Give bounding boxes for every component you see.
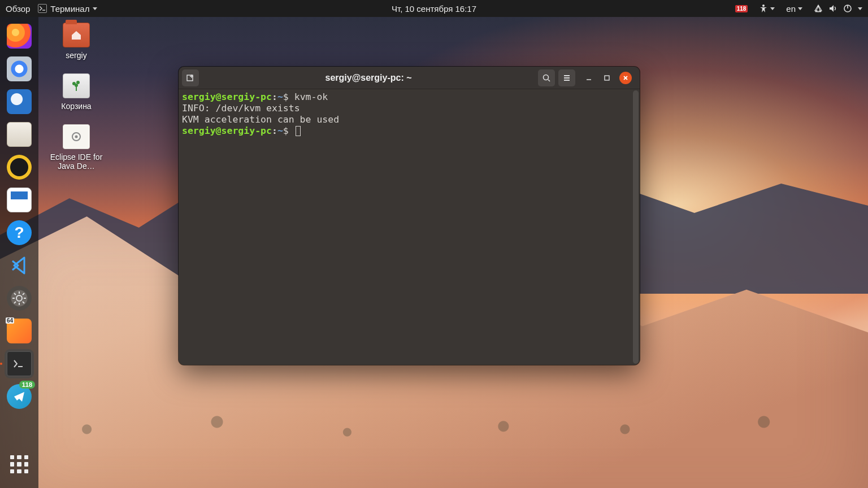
new-tab-button[interactable] <box>182 69 199 86</box>
svg-point-0 <box>762 5 765 7</box>
maximize-icon <box>604 75 610 81</box>
help-icon: ? <box>7 220 32 245</box>
virtualbox-icon: 64 <box>7 319 32 343</box>
firefox-icon <box>7 24 32 49</box>
dock-help[interactable]: ? <box>5 218 34 247</box>
close-icon <box>622 75 629 81</box>
desktop-file-icon <box>63 124 90 149</box>
svg-point-19 <box>75 136 78 138</box>
svg-line-13 <box>14 302 16 303</box>
desktop-icon-label: Eclipse IDE for Java De… <box>45 152 107 171</box>
dock-files[interactable] <box>5 120 34 149</box>
dock-rhythmbox[interactable] <box>5 152 34 182</box>
desktop-icons: sergiy Корзина Eclipse IDE for Java De… <box>45 23 107 184</box>
dock-libreoffice-writer[interactable] <box>5 185 34 215</box>
hamburger-icon <box>562 73 571 82</box>
show-applications-button[interactable] <box>5 450 34 479</box>
search-button[interactable] <box>538 69 555 86</box>
terminal-line: INFO: /dev/kvm exists <box>182 103 636 114</box>
window-maximize-button[interactable] <box>601 72 613 84</box>
svg-rect-29 <box>605 76 609 80</box>
svg-line-14 <box>23 293 24 295</box>
window-title: sergiy@sergiy-pc: ~ <box>202 73 535 83</box>
desktop-icon-label: Корзина <box>45 102 107 111</box>
power-icon <box>843 4 852 13</box>
chromium-icon <box>7 56 32 81</box>
accessibility-icon <box>759 4 768 13</box>
clock-label: Чт, 10 сентября 16:17 <box>392 4 476 14</box>
window-titlebar[interactable]: sergiy@sergiy-pc: ~ <box>179 67 640 89</box>
minimize-icon <box>585 75 592 81</box>
chevron-down-icon <box>798 7 802 10</box>
terminal-content[interactable]: sergiy@sergiy-pc:~$ kvm-okINFO: /dev/kvm… <box>179 89 640 365</box>
accessibility-menu[interactable] <box>757 3 777 14</box>
keyboard-layout-label: en <box>786 4 796 14</box>
network-icon <box>814 4 823 13</box>
updates-indicator[interactable]: 118 <box>733 4 750 14</box>
updates-badge: 118 <box>735 5 748 12</box>
trash-icon <box>63 73 90 98</box>
files-icon <box>7 122 32 147</box>
thunderbird-icon <box>7 89 32 114</box>
dock-telegram[interactable]: 118 <box>5 382 34 411</box>
terminal-scrollbar[interactable] <box>633 90 639 364</box>
dock-virtualbox[interactable]: 64 <box>5 316 34 346</box>
terminal-line: sergiy@sergiy-pc:~$ <box>182 125 636 137</box>
top-bar: Обзор Терминал Чт, 10 сентября 16:17 118… <box>0 0 868 17</box>
dock-settings[interactable] <box>5 284 34 313</box>
active-app-menu[interactable]: Терминал <box>36 3 99 15</box>
new-tab-icon <box>186 73 195 82</box>
active-app-label: Терминал <box>50 4 89 14</box>
writer-icon <box>7 188 32 212</box>
activities-button[interactable]: Обзор <box>3 3 32 15</box>
svg-line-24 <box>548 80 550 81</box>
svg-point-23 <box>544 75 549 80</box>
dock-terminal[interactable] <box>5 349 34 378</box>
svg-point-6 <box>16 295 22 301</box>
gear-icon <box>7 286 32 311</box>
activities-label: Обзор <box>6 4 30 14</box>
window-close-button[interactable] <box>619 72 632 84</box>
chevron-down-icon <box>770 7 775 10</box>
svg-line-11 <box>14 293 16 295</box>
svg-point-16 <box>76 81 80 84</box>
dock: ? 64 118 <box>0 17 38 488</box>
window-minimize-button[interactable] <box>583 72 594 84</box>
terminal-icon <box>7 351 32 376</box>
desktop-icon-eclipse[interactable]: Eclipse IDE for Java De… <box>45 124 107 171</box>
home-folder-icon <box>63 23 90 47</box>
chevron-down-icon <box>858 7 862 10</box>
volume-icon <box>828 4 837 13</box>
vscode-icon <box>7 253 32 278</box>
dock-vscode[interactable] <box>5 251 34 280</box>
telegram-badge: 118 <box>19 381 35 389</box>
terminal-window: sergiy@sergiy-pc: ~ sergiy@sergiy-pc:~$ … <box>179 67 640 365</box>
desktop-icon-home[interactable]: sergiy <box>45 23 107 60</box>
terminal-line: KVM acceleration can be used <box>182 114 636 125</box>
keyboard-layout-menu[interactable]: en <box>784 3 805 15</box>
terminal-app-icon <box>38 4 47 13</box>
svg-line-12 <box>23 302 24 303</box>
system-menu[interactable] <box>811 3 865 14</box>
search-icon <box>542 73 551 82</box>
dock-chromium[interactable] <box>5 54 34 84</box>
desktop-icon-label: sergiy <box>45 51 107 60</box>
desktop-icon-trash[interactable]: Корзина <box>45 73 107 111</box>
hamburger-menu-button[interactable] <box>558 69 575 86</box>
rhythmbox-icon <box>7 155 32 180</box>
terminal-cursor <box>296 126 301 136</box>
chevron-down-icon <box>93 7 97 10</box>
dock-thunderbird[interactable] <box>5 87 34 116</box>
clock[interactable]: Чт, 10 сентября 16:17 <box>389 3 479 15</box>
terminal-line: sergiy@sergiy-pc:~$ kvm-ok <box>182 91 636 103</box>
dock-firefox[interactable] <box>5 21 34 51</box>
